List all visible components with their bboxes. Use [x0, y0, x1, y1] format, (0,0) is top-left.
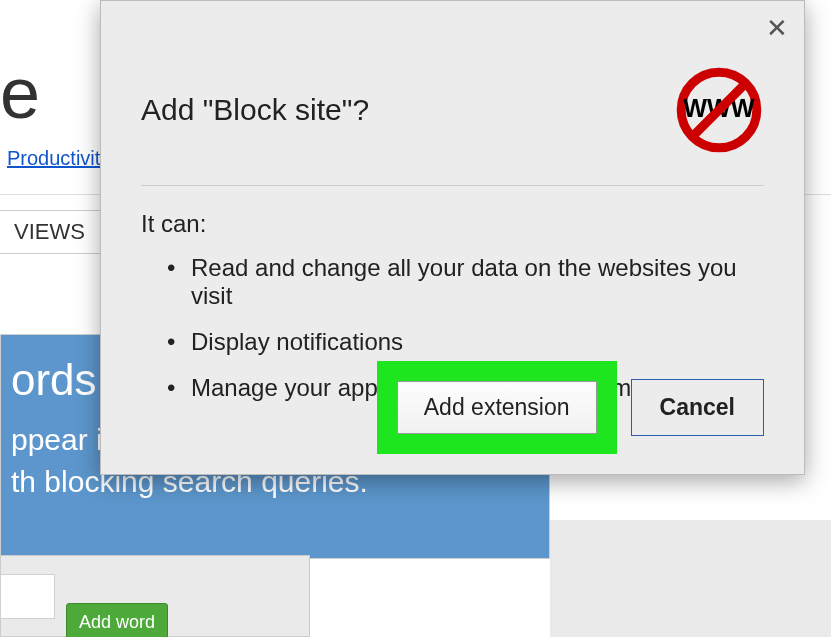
permissions-heading: It can:: [141, 210, 764, 238]
extension-icon: WWW: [674, 65, 764, 155]
close-icon[interactable]: ✕: [766, 13, 788, 44]
background-right-strip: [550, 520, 831, 637]
add-extension-dialog: ✕ Add "Block site"? WWW It can: Read and…: [100, 0, 805, 475]
add-word-button[interactable]: Add word: [66, 603, 168, 637]
highlight-box: Add extension: [377, 361, 617, 454]
word-input[interactable]: [0, 574, 55, 619]
dialog-button-row: Add extension Cancel: [377, 361, 764, 454]
cancel-button[interactable]: Cancel: [631, 379, 764, 436]
views-tab[interactable]: VIEWS: [0, 210, 100, 254]
dialog-title: Add "Block site"?: [141, 93, 369, 127]
background-title-fragment: e: [0, 52, 40, 134]
permission-item: Display notifications: [167, 328, 764, 356]
productivity-link[interactable]: Productivit: [7, 147, 100, 170]
add-extension-button[interactable]: Add extension: [397, 381, 597, 434]
permission-item: Read and change all your data on the web…: [167, 254, 764, 310]
dialog-header: Add "Block site"? WWW: [141, 65, 764, 186]
